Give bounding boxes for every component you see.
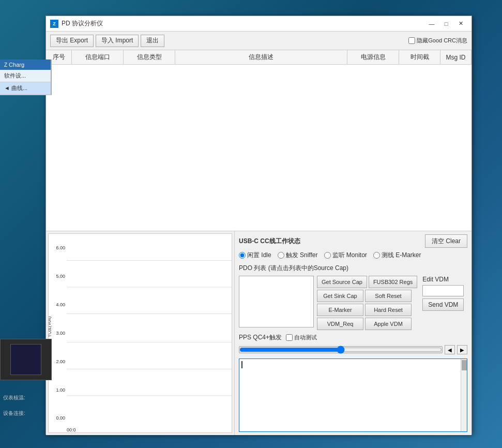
apple-vdm-button[interactable]: Apple VDM <box>365 318 412 330</box>
y-label-6: 6.00 <box>56 245 65 250</box>
pdo-buttons: Get Source Cap FUSB302 Regs Get Sink Cap… <box>317 276 417 330</box>
pps-section: PPS QC4+触发 自动测试 <box>239 333 467 342</box>
e-marker-button[interactable]: E-Marker <box>317 304 363 316</box>
pps-slider[interactable] <box>239 346 442 354</box>
col-time: 时间截 <box>399 50 440 64</box>
radio-sniffer-input[interactable] <box>278 252 284 259</box>
bottom-section: 6.00 5.00 4.00 3.00 2.00 1.00 0.00 <box>46 231 471 435</box>
scrollbar[interactable] <box>461 359 467 431</box>
exit-button[interactable]: 退出 <box>141 35 164 47</box>
chart-grid <box>67 234 232 424</box>
fusb302-regs-button[interactable]: FUSB302 Regs <box>369 276 417 288</box>
edit-vdm-section: Edit VDM Send VDM <box>422 276 464 330</box>
cc-status-section: USB-C CC线工作状态 清空 Clear <box>239 234 467 248</box>
scrollbar-thumb <box>462 360 467 370</box>
y-label-1: 1.00 <box>56 387 65 393</box>
get-source-cap-button[interactable]: Get Source Cap <box>317 276 367 288</box>
left-panel: 6.00 5.00 4.00 3.00 2.00 1.00 0.00 <box>46 231 235 435</box>
radio-sniffer[interactable]: 触发 Sniffer <box>278 251 318 260</box>
send-vdm-button[interactable]: Send VDM <box>422 298 464 311</box>
main-window: Z PD 协议分析仪 — □ ✕ 导出 Export 导入 Import 退出 … <box>45 16 472 435</box>
radio-monitor[interactable]: 监听 Monitor <box>324 251 367 260</box>
y-label-0: 0.00 <box>56 415 65 421</box>
radio-sniffer-label: 触发 Sniffer <box>286 251 318 260</box>
close-button[interactable]: ✕ <box>454 19 467 29</box>
hide-crc-checkbox-label[interactable]: 隐藏Good CRC消息 <box>408 37 467 44</box>
pdo-section-label: PDO 列表 (请点击列表中的Source Cap) <box>239 264 467 273</box>
y-label-3: 3.00 <box>56 331 65 336</box>
radio-monitor-input[interactable] <box>324 252 331 259</box>
col-type: 信息类型 <box>124 50 175 64</box>
hard-reset-button[interactable]: Hard Reset <box>365 304 412 316</box>
pps-label: PPS QC4+触发 <box>239 333 282 342</box>
meter-temp-label: 仪表核温: <box>0 393 52 402</box>
export-button[interactable]: 导出 Export <box>50 35 94 47</box>
pdo-content: Get Source Cap FUSB302 Regs Get Sink Cap… <box>239 276 467 330</box>
mode-radio-group: 闲置 Idle 触发 Sniffer 监听 Monitor 测线 E-Marke… <box>239 251 467 260</box>
y-axis-title: 代线(Volt) <box>48 316 53 336</box>
device-connected-label: 设备连接: <box>0 409 52 418</box>
window-title: PD 协议分析仪 <box>62 19 103 28</box>
radio-monitor-label: 监听 Monitor <box>332 251 367 260</box>
hide-crc-label: 隐藏Good CRC消息 <box>417 37 467 44</box>
radio-idle[interactable]: 闲置 Idle <box>239 251 271 260</box>
auto-test-checkbox[interactable] <box>286 334 293 341</box>
soft-reset-button[interactable]: Soft Reset <box>365 290 412 302</box>
radio-idle-input[interactable] <box>239 252 246 259</box>
y-label-2: 2.00 <box>56 359 65 364</box>
col-power: 电源信息 <box>347 50 399 64</box>
cc-status-title: USB-C CC线工作状态 <box>239 237 300 246</box>
clear-button[interactable]: 清空 Clear <box>425 234 467 248</box>
data-table-container: 序号 信息端口 信息类型 信息描述 电源信息 时间截 Msg ID <box>46 50 471 231</box>
maximize-button[interactable]: □ <box>439 19 453 29</box>
title-bar: Z PD 协议分析仪 — □ ✕ <box>46 16 471 32</box>
minimize-button[interactable]: — <box>425 19 438 29</box>
pdo-list[interactable] <box>239 276 314 327</box>
sidebar-panel: Z Charg 软件设... ◄ 曲线... <box>0 59 52 95</box>
radio-emarker-input[interactable] <box>373 252 380 259</box>
table-header: 序号 信息端口 信息类型 信息描述 电源信息 时间截 Msg ID <box>46 50 471 65</box>
slider-track[interactable] <box>239 346 443 353</box>
chart-area: 6.00 5.00 4.00 3.00 2.00 1.00 0.00 <box>48 233 232 433</box>
sidebar-item-curve[interactable]: ◄ 曲线... <box>0 82 51 95</box>
import-button[interactable]: 导入 Import <box>96 35 139 47</box>
sidebar-tab-icon: Z <box>4 62 7 68</box>
edit-vdm-label: Edit VDM <box>422 276 464 283</box>
app-icon: Z <box>50 20 58 28</box>
x-axis-label: 00:0 <box>67 427 76 432</box>
auto-test-text: 自动测试 <box>294 334 317 341</box>
toolbar: 导出 Export 导入 Import 退出 隐藏Good CRC消息 <box>46 32 471 50</box>
edit-vdm-input[interactable] <box>422 285 464 296</box>
sidebar-item-software[interactable]: 软件设... <box>0 70 51 82</box>
table-body <box>46 65 471 231</box>
radio-emarker[interactable]: 测线 E-Marker <box>373 251 421 260</box>
hide-crc-checkbox[interactable] <box>408 37 415 44</box>
slider-left-button[interactable]: ◀ <box>445 345 455 354</box>
col-desc: 信息描述 <box>175 50 347 64</box>
thumbnail-display-1 <box>10 344 41 375</box>
text-cursor <box>241 361 242 368</box>
vdm-req-button[interactable]: VDM_Req <box>317 318 363 330</box>
right-panel: USB-C CC线工作状态 清空 Clear 闲置 Idle 触发 Sniffe… <box>235 231 471 435</box>
grid-lines <box>67 234 232 424</box>
text-output-area[interactable] <box>239 359 467 432</box>
slider-section: ◀ ▶ <box>239 345 467 354</box>
window-controls: — □ ✕ <box>425 19 467 29</box>
thumbnail-box-1 <box>0 339 52 380</box>
y-label-5: 5.00 <box>56 274 65 279</box>
sidebar-tab[interactable]: Z Charg <box>0 59 51 70</box>
sidebar-item-arrow: ◄ <box>4 85 11 91</box>
y-label-4: 4.00 <box>56 302 65 307</box>
col-port: 信息端口 <box>72 50 124 64</box>
col-msgid: Msg ID <box>440 50 471 64</box>
get-sink-cap-button[interactable]: Get Sink Cap <box>317 290 363 302</box>
sidebar-tab-label: Charg <box>9 62 24 68</box>
auto-test-label[interactable]: 自动测试 <box>286 334 317 341</box>
radio-idle-label: 闲置 Idle <box>247 251 271 260</box>
radio-emarker-label: 测线 E-Marker <box>382 251 421 260</box>
slider-right-button[interactable]: ▶ <box>457 345 467 354</box>
